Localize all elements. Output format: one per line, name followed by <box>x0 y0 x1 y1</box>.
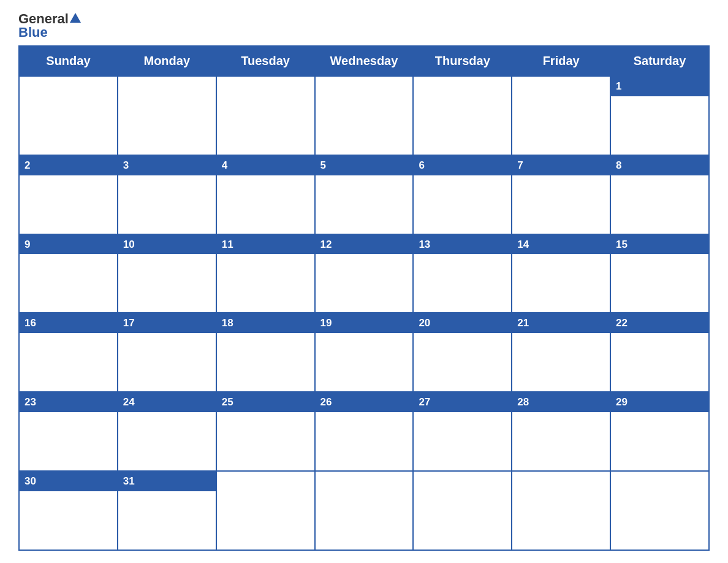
empty-day-cell <box>19 76 118 155</box>
day-number: 20 <box>414 313 511 333</box>
day-cell-16: 16 <box>19 313 118 392</box>
day-of-week-friday: Friday <box>512 46 610 76</box>
empty-day-cell <box>413 471 512 550</box>
day-number: 4 <box>217 156 314 175</box>
day-cell-14: 14 <box>512 234 610 313</box>
day-cell-25: 25 <box>216 392 315 471</box>
day-cell-31: 31 <box>118 471 216 550</box>
empty-day-cell <box>118 76 216 155</box>
day-number: 21 <box>512 313 610 333</box>
day-cell-27: 27 <box>413 392 512 471</box>
day-cell-23: 23 <box>19 392 118 471</box>
day-of-week-saturday: Saturday <box>610 46 709 76</box>
logo-blue-text: Blue <box>18 26 48 39</box>
empty-day-cell <box>512 76 610 155</box>
day-cell-3: 3 <box>118 155 216 234</box>
day-cell-6: 6 <box>413 155 512 234</box>
day-cell-10: 10 <box>118 234 216 313</box>
day-cell-17: 17 <box>118 313 216 392</box>
day-cell-30: 30 <box>19 471 118 550</box>
day-number: 25 <box>217 393 314 412</box>
day-of-week-wednesday: Wednesday <box>315 46 414 76</box>
empty-day-cell <box>216 76 315 155</box>
day-cell-13: 13 <box>413 234 512 313</box>
calendar-body: 1234567891011121314151617181920212223242… <box>19 76 709 550</box>
day-cell-7: 7 <box>512 155 610 234</box>
day-number: 3 <box>118 156 216 175</box>
calendar-header: General Blue <box>18 12 710 39</box>
calendar-week-5: 23242526272829 <box>19 392 709 471</box>
calendar-table: SundayMondayTuesdayWednesdayThursdayFrid… <box>18 45 710 551</box>
day-cell-12: 12 <box>315 234 414 313</box>
day-number: 24 <box>118 393 216 412</box>
day-number: 14 <box>512 235 610 255</box>
logo: General Blue <box>18 12 81 39</box>
day-number: 11 <box>217 235 314 255</box>
day-number: 2 <box>20 156 117 175</box>
calendar-week-6: 3031 <box>19 471 709 550</box>
day-cell-15: 15 <box>610 234 709 313</box>
logo-general-text: General <box>18 12 69 26</box>
day-cell-8: 8 <box>610 155 709 234</box>
day-number: 19 <box>316 313 413 333</box>
day-number: 18 <box>217 313 314 333</box>
day-number: 27 <box>414 393 511 412</box>
day-number: 7 <box>512 156 610 175</box>
day-of-week-sunday: Sunday <box>19 46 118 76</box>
empty-day-cell <box>216 471 315 550</box>
calendar-week-3: 9101112131415 <box>19 234 709 313</box>
empty-day-cell <box>610 471 709 550</box>
day-number: 29 <box>611 393 708 412</box>
day-number: 13 <box>414 235 511 255</box>
day-number: 8 <box>611 156 708 175</box>
day-number: 16 <box>20 313 117 333</box>
day-number: 1 <box>611 77 708 96</box>
day-cell-20: 20 <box>413 313 512 392</box>
day-number: 5 <box>316 156 413 175</box>
day-number: 31 <box>118 472 216 491</box>
day-cell-19: 19 <box>315 313 414 392</box>
day-cell-4: 4 <box>216 155 315 234</box>
day-cell-11: 11 <box>216 234 315 313</box>
empty-day-cell <box>512 471 610 550</box>
day-of-week-thursday: Thursday <box>413 46 512 76</box>
day-cell-22: 22 <box>610 313 709 392</box>
day-number: 15 <box>611 235 708 255</box>
day-cell-1: 1 <box>610 76 709 155</box>
day-number: 6 <box>414 156 511 175</box>
day-cell-18: 18 <box>216 313 315 392</box>
day-cell-2: 2 <box>19 155 118 234</box>
day-cell-5: 5 <box>315 155 414 234</box>
empty-day-cell <box>413 76 512 155</box>
day-number: 28 <box>512 393 610 412</box>
day-cell-24: 24 <box>118 392 216 471</box>
calendar-week-2: 2345678 <box>19 155 709 234</box>
day-number: 22 <box>611 313 708 333</box>
day-number: 10 <box>118 235 216 255</box>
calendar-week-1: 1 <box>19 76 709 155</box>
empty-day-cell <box>315 471 414 550</box>
day-number: 26 <box>316 393 413 412</box>
day-cell-21: 21 <box>512 313 610 392</box>
day-of-week-monday: Monday <box>118 46 216 76</box>
day-number: 17 <box>118 313 216 333</box>
day-number: 12 <box>316 235 413 255</box>
day-of-week-tuesday: Tuesday <box>216 46 315 76</box>
day-cell-26: 26 <box>315 392 414 471</box>
day-cell-29: 29 <box>610 392 709 471</box>
empty-day-cell <box>315 76 414 155</box>
day-number: 30 <box>20 472 117 491</box>
calendar-header-row: SundayMondayTuesdayWednesdayThursdayFrid… <box>19 46 709 76</box>
day-cell-28: 28 <box>512 392 610 471</box>
calendar-week-4: 16171819202122 <box>19 313 709 392</box>
day-number: 9 <box>20 235 117 255</box>
day-cell-9: 9 <box>19 234 118 313</box>
logo-triangle-icon <box>70 13 81 23</box>
day-number: 23 <box>20 393 117 412</box>
